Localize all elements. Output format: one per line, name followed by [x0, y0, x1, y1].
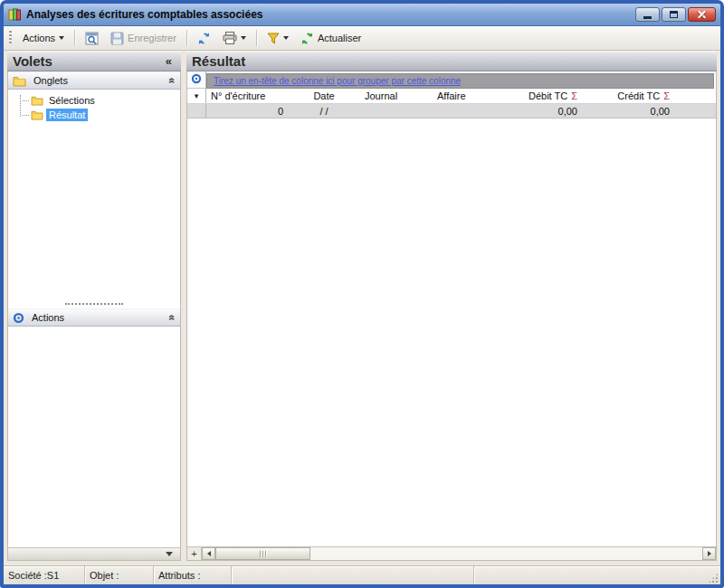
folder-icon: [13, 75, 26, 87]
close-button[interactable]: [688, 7, 716, 22]
grid-group-row: Tirez un en-tête de colonne ici pour gro…: [187, 71, 716, 89]
maximize-button[interactable]: [662, 7, 686, 22]
horizontal-scrollbar: +: [187, 546, 716, 560]
column-label: Affaire: [437, 90, 466, 101]
tree-item-label[interactable]: Sélections: [46, 94, 98, 107]
column-header-debit-tc[interactable]: Débit TC Σ: [510, 89, 582, 103]
column-label: Journal: [365, 90, 397, 101]
target-icon: [191, 73, 202, 86]
resize-grip-icon[interactable]: [708, 573, 719, 583]
resultat-panel: Résultat Tirez un en-tête de colonne ici: [186, 52, 717, 561]
folder-icon: [31, 109, 43, 120]
cell-journal[interactable]: [360, 104, 433, 118]
chevron-up-icon[interactable]: «: [167, 78, 179, 84]
column-header-credit-tc[interactable]: Crédit TC Σ: [582, 89, 674, 103]
column-header-journal[interactable]: Journal: [360, 89, 433, 103]
close-icon: [697, 10, 707, 20]
cell-credit-tc[interactable]: 0,00: [582, 104, 674, 118]
collapse-panel-button[interactable]: «: [162, 55, 176, 67]
scrollbar-thumb[interactable]: [215, 547, 310, 560]
volets-panel: Volets « Onglets «: [7, 52, 181, 561]
filter-caret-icon: ▾: [195, 91, 199, 100]
toolbar-separator: [74, 30, 75, 46]
grid-header-row: ▾ N° d'écriture Date Journal Affaire: [187, 89, 716, 104]
cell-date[interactable]: / /: [288, 104, 360, 118]
minimize-icon: [643, 16, 652, 19]
tree-item-resultat[interactable]: Résultat: [14, 108, 178, 122]
results-grid: Tirez un en-tête de colonne ici pour gro…: [187, 71, 716, 560]
column-label: Débit TC: [529, 90, 567, 101]
grid-data-row[interactable]: 0 / / 0,00 0,00: [187, 104, 716, 119]
save-icon: [110, 32, 124, 45]
tree-connector: [23, 100, 29, 101]
panel-scroll-bar: [8, 547, 180, 560]
actions-empty-area: [8, 327, 180, 547]
section-actions[interactable]: Actions «: [8, 308, 180, 327]
scroll-left-button[interactable]: [202, 547, 215, 560]
grid-corner-cell[interactable]: [187, 71, 206, 89]
column-label: N° d'écriture: [211, 90, 265, 101]
column-header-affaire[interactable]: Affaire: [433, 89, 510, 103]
panel-separator: [8, 299, 180, 308]
scroll-right-icon: [708, 551, 711, 556]
statusbar: Société :S1 Objet : Attributs :: [4, 565, 720, 584]
column-header-date[interactable]: Date: [288, 89, 360, 103]
column-label: Crédit TC: [617, 90, 660, 101]
preview-icon: [85, 32, 99, 45]
record-selector-header[interactable]: ▾: [187, 89, 206, 103]
toolbar-separator: [186, 30, 187, 46]
section-onglets[interactable]: Onglets «: [8, 71, 180, 90]
add-row-button[interactable]: +: [187, 547, 202, 560]
refresh-button[interactable]: [193, 30, 215, 47]
scroll-down-icon[interactable]: [166, 552, 173, 556]
cell-debit-tc[interactable]: 0,00: [510, 104, 582, 118]
cell-numero-ecriture[interactable]: 0: [206, 104, 288, 118]
minimize-button[interactable]: [635, 7, 660, 22]
chevron-down-icon[interactable]: [241, 36, 246, 40]
app-icon[interactable]: [8, 8, 22, 22]
record-selector-cell[interactable]: [187, 104, 206, 118]
printer-icon: [223, 32, 237, 44]
save-label: Enregistrer: [128, 33, 176, 43]
window-title: Analyses des écritures comptables associ…: [26, 8, 631, 21]
content-area: Volets « Onglets «: [4, 51, 720, 565]
titlebar[interactable]: Analyses des écritures comptables associ…: [4, 4, 720, 26]
filter-button[interactable]: [262, 31, 293, 46]
resultat-panel-title: Résultat: [186, 52, 717, 71]
cell-affaire[interactable]: [433, 104, 510, 118]
scrollbar-track[interactable]: [215, 547, 702, 560]
group-by-hint-text: Tirez un en-tête de colonne ici pour gro…: [214, 76, 461, 86]
chevron-down-icon[interactable]: [283, 36, 289, 40]
toolbar-grip[interactable]: [9, 31, 12, 45]
sum-sigma-icon[interactable]: Σ: [663, 90, 670, 101]
resultat-title-label: Résultat: [192, 53, 245, 69]
column-header-numero-ecriture[interactable]: N° d'écriture: [206, 89, 288, 103]
toolbar-separator: [256, 30, 257, 46]
sum-sigma-icon[interactable]: Σ: [571, 90, 577, 101]
refresh-icon: [197, 32, 211, 45]
folder-icon: [31, 95, 43, 106]
scroll-right-button[interactable]: [702, 547, 716, 560]
grid-empty-area: [187, 119, 716, 546]
tree-item-selections[interactable]: Sélections: [14, 93, 178, 108]
section-onglets-label: Onglets: [33, 75, 68, 86]
save-button[interactable]: Enregistrer: [106, 30, 181, 47]
onglets-tree: Sélections Résultat: [8, 90, 180, 299]
preview-button[interactable]: [81, 30, 103, 47]
chevron-up-icon[interactable]: «: [167, 315, 179, 321]
status-objet: Objet :: [85, 566, 154, 584]
actions-menu-button[interactable]: Actions: [18, 31, 69, 45]
maximize-icon: [670, 11, 678, 18]
chevron-down-icon: [59, 36, 64, 40]
status-right: [474, 566, 720, 584]
print-button[interactable]: [218, 30, 251, 46]
column-label: Date: [313, 90, 334, 101]
volets-title-label: Volets: [13, 53, 52, 69]
toolbar: Actions Enregistrer: [4, 26, 720, 51]
group-by-drop-zone[interactable]: Tirez un en-tête de colonne ici pour gro…: [206, 73, 714, 89]
actualiser-button[interactable]: Actualiser: [296, 30, 366, 47]
tree-item-label-selected[interactable]: Résultat: [46, 109, 88, 121]
target-icon: [13, 312, 24, 324]
app-window: Analyses des écritures comptables associ…: [0, 0, 724, 588]
filter-icon: [267, 33, 280, 44]
